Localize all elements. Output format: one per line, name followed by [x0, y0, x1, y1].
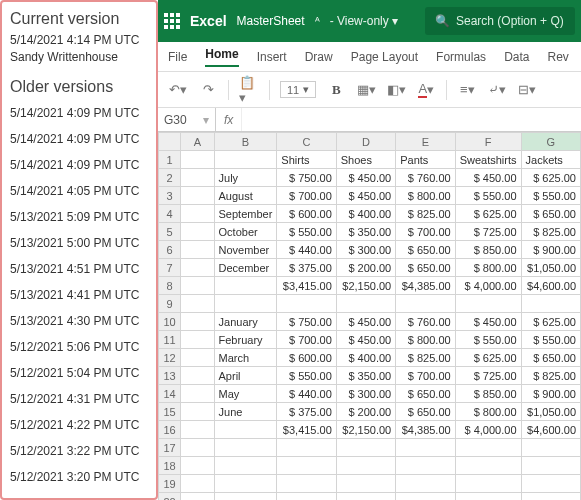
tab-insert[interactable]: Insert: [257, 50, 287, 64]
row-header[interactable]: 9: [159, 295, 181, 313]
cell[interactable]: $ 800.00: [455, 259, 521, 277]
cell[interactable]: [181, 169, 214, 187]
column-header[interactable]: A: [181, 133, 214, 151]
cell[interactable]: $ 725.00: [455, 223, 521, 241]
cell[interactable]: September: [214, 205, 277, 223]
column-header[interactable]: B: [214, 133, 277, 151]
cell[interactable]: $ 375.00: [277, 259, 336, 277]
cell[interactable]: $ 825.00: [396, 349, 455, 367]
tab-file[interactable]: File: [168, 50, 187, 64]
cell[interactable]: [277, 475, 336, 493]
cell[interactable]: $ 550.00: [277, 223, 336, 241]
tab-formulas[interactable]: Formulas: [436, 50, 486, 64]
cell[interactable]: [181, 385, 214, 403]
cell[interactable]: [181, 457, 214, 475]
row-header[interactable]: 11: [159, 331, 181, 349]
cell[interactable]: [181, 223, 214, 241]
cell[interactable]: $ 725.00: [455, 367, 521, 385]
cell[interactable]: [181, 313, 214, 331]
cell[interactable]: [181, 403, 214, 421]
version-history-item[interactable]: 5/14/2021 4:09 PM UTC: [4, 126, 154, 152]
cell[interactable]: $ 825.00: [521, 367, 580, 385]
version-history-item[interactable]: 5/12/2021 3:20 PM UTC: [4, 464, 154, 490]
cell[interactable]: $ 450.00: [336, 313, 395, 331]
cell[interactable]: $ 750.00: [277, 313, 336, 331]
column-header[interactable]: F: [455, 133, 521, 151]
row-header[interactable]: 17: [159, 439, 181, 457]
formula-bar[interactable]: [241, 108, 581, 131]
version-history-item[interactable]: 5/14/2021 4:09 PM UTC: [4, 152, 154, 178]
cell[interactable]: August: [214, 187, 277, 205]
align-button[interactable]: ≡▾: [457, 80, 477, 100]
cell[interactable]: [277, 457, 336, 475]
cell[interactable]: $ 450.00: [336, 187, 395, 205]
row-header[interactable]: 19: [159, 475, 181, 493]
row-header[interactable]: 3: [159, 187, 181, 205]
cell[interactable]: [214, 295, 277, 313]
cell[interactable]: [214, 493, 277, 501]
row-header[interactable]: 18: [159, 457, 181, 475]
cell[interactable]: [214, 151, 277, 169]
document-name[interactable]: MasterSheet: [237, 14, 305, 28]
redo-button[interactable]: ↷: [198, 80, 218, 100]
bold-button[interactable]: B: [326, 80, 346, 100]
version-history-item[interactable]: 5/14/2021 4:05 PM UTC: [4, 178, 154, 204]
cell[interactable]: $ 650.00: [396, 403, 455, 421]
cell[interactable]: [455, 439, 521, 457]
cell[interactable]: $2,150.00: [336, 421, 395, 439]
version-history-item[interactable]: 5/12/2021 5:04 PM UTC: [4, 360, 154, 386]
cell[interactable]: $ 850.00: [455, 385, 521, 403]
row-header[interactable]: 12: [159, 349, 181, 367]
cell[interactable]: $ 300.00: [336, 385, 395, 403]
cell[interactable]: May: [214, 385, 277, 403]
column-header[interactable]: C: [277, 133, 336, 151]
cell[interactable]: $ 300.00: [336, 241, 395, 259]
cell[interactable]: $ 450.00: [455, 313, 521, 331]
version-history-item[interactable]: 5/13/2021 4:30 PM UTC: [4, 308, 154, 334]
current-version-item[interactable]: 5/14/2021 4:14 PM UTC Sandy Writtenhouse: [4, 32, 154, 74]
row-header[interactable]: 16: [159, 421, 181, 439]
cell[interactable]: $3,415.00: [277, 421, 336, 439]
cell[interactable]: $ 625.00: [521, 169, 580, 187]
cell[interactable]: $ 650.00: [521, 349, 580, 367]
version-history-item[interactable]: 5/13/2021 5:00 PM UTC: [4, 230, 154, 256]
borders-button[interactable]: ▦▾: [356, 80, 376, 100]
cell[interactable]: $ 800.00: [455, 403, 521, 421]
fill-color-button[interactable]: ◧▾: [386, 80, 406, 100]
cell[interactable]: $ 625.00: [521, 313, 580, 331]
cell[interactable]: November: [214, 241, 277, 259]
cell[interactable]: [455, 457, 521, 475]
cell[interactable]: $ 800.00: [396, 187, 455, 205]
cell[interactable]: $ 450.00: [336, 169, 395, 187]
merge-button[interactable]: ⊟▾: [517, 80, 537, 100]
name-box[interactable]: G30▾: [158, 108, 216, 131]
font-size-selector[interactable]: 11▾: [280, 81, 316, 98]
cell[interactable]: $ 350.00: [336, 223, 395, 241]
row-header[interactable]: 6: [159, 241, 181, 259]
cell[interactable]: [181, 277, 214, 295]
cell[interactable]: [181, 349, 214, 367]
cell[interactable]: [181, 493, 214, 501]
cell[interactable]: February: [214, 331, 277, 349]
cell[interactable]: $ 450.00: [455, 169, 521, 187]
cell[interactable]: $4,600.00: [521, 277, 580, 295]
font-color-button[interactable]: A▾: [416, 80, 436, 100]
cell[interactable]: Sweatshirts: [455, 151, 521, 169]
cell[interactable]: $ 825.00: [521, 223, 580, 241]
cell[interactable]: [396, 457, 455, 475]
row-header[interactable]: 5: [159, 223, 181, 241]
cell[interactable]: Shoes: [336, 151, 395, 169]
cell[interactable]: $3,415.00: [277, 277, 336, 295]
cell[interactable]: $ 550.00: [455, 187, 521, 205]
cell[interactable]: [521, 475, 580, 493]
wrap-text-button[interactable]: ⤶▾: [487, 80, 507, 100]
cell[interactable]: [336, 439, 395, 457]
cell[interactable]: $ 550.00: [455, 331, 521, 349]
cell[interactable]: [336, 295, 395, 313]
version-history-item[interactable]: 5/13/2021 4:51 PM UTC: [4, 256, 154, 282]
cell[interactable]: $ 750.00: [277, 169, 336, 187]
cell[interactable]: October: [214, 223, 277, 241]
cell[interactable]: [336, 457, 395, 475]
cell[interactable]: [336, 475, 395, 493]
cell[interactable]: $1,050.00: [521, 403, 580, 421]
